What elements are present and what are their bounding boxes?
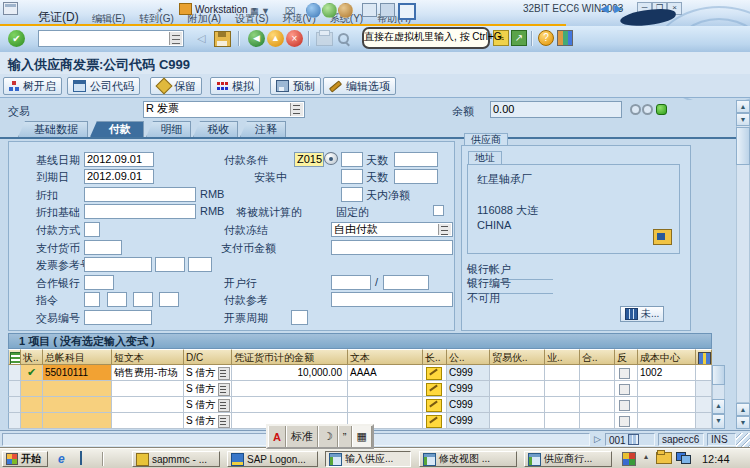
- transaction-no-input[interactable]: [84, 310, 152, 325]
- task-change-view[interactable]: 修改视图 ...: [419, 451, 517, 467]
- col-company[interactable]: 公..: [447, 349, 490, 365]
- text-cell[interactable]: AAAA: [348, 365, 423, 381]
- tray-folder-icon[interactable]: [656, 452, 672, 466]
- long-text-cell[interactable]: [423, 365, 447, 381]
- company-cell[interactable]: C999: [447, 397, 490, 413]
- reversal-cell[interactable]: [615, 365, 638, 381]
- transaction-select[interactable]: R 发票: [143, 101, 305, 118]
- note-icon[interactable]: [426, 399, 442, 412]
- company-cell[interactable]: C999: [447, 381, 490, 397]
- command-field[interactable]: [38, 30, 184, 47]
- back-icon[interactable]: ◀: [248, 30, 265, 47]
- tree-on-button[interactable]: 树开启: [3, 77, 62, 95]
- reversal-cell[interactable]: [615, 381, 638, 397]
- long-text-cell[interactable]: [423, 413, 447, 429]
- discount-base-input[interactable]: [84, 204, 196, 219]
- select-all-header[interactable]: [8, 349, 21, 365]
- business-area-cell[interactable]: [545, 397, 580, 413]
- ime-punctuation-icon[interactable]: ”: [338, 426, 352, 447]
- reversal-cell[interactable]: [615, 397, 638, 413]
- command-dropdown-icon[interactable]: [169, 32, 182, 45]
- editing-options-button[interactable]: 编辑选项: [323, 77, 396, 95]
- enter-icon[interactable]: ✔: [8, 30, 25, 47]
- text-cell[interactable]: [348, 397, 423, 413]
- task-invoice-entry[interactable]: 输入供应...: [325, 451, 411, 467]
- instruction-input-1[interactable]: [84, 292, 100, 307]
- pay-method-input[interactable]: [84, 222, 100, 237]
- task-sapmmc[interactable]: sapmmc - ...: [132, 451, 220, 467]
- status-expand-icon[interactable]: ▷: [594, 434, 601, 444]
- dropdown-icon[interactable]: [218, 367, 230, 380]
- scroll-up-button[interactable]: ▲: [736, 100, 750, 113]
- consolidation-cell[interactable]: [580, 397, 615, 413]
- due-date-input[interactable]: 2012.09.01: [84, 169, 154, 184]
- devices-icon[interactable]: ⌧: [282, 3, 298, 18]
- instruction-input-2[interactable]: [107, 292, 127, 307]
- start-button[interactable]: 开始: [2, 451, 48, 467]
- col-dc[interactable]: D/C: [184, 349, 232, 365]
- payment-block-select[interactable]: 自由付款: [331, 222, 453, 237]
- snapshot-revert-icon[interactable]: [322, 3, 337, 18]
- account-cell[interactable]: [43, 397, 112, 413]
- snapshot-take-icon[interactable]: [306, 3, 321, 18]
- scrollbar-thumb[interactable]: [736, 127, 750, 165]
- amount-cell[interactable]: 10,000.00: [232, 365, 348, 381]
- row-select-cell[interactable]: [8, 397, 21, 413]
- long-text-cell[interactable]: [423, 381, 447, 397]
- dc-cell[interactable]: S 借方: [184, 413, 232, 429]
- snapshot-manage-icon[interactable]: [338, 3, 353, 18]
- days-input-1[interactable]: [394, 152, 438, 167]
- amount-cell[interactable]: [232, 397, 348, 413]
- dropdown-icon[interactable]: [218, 383, 230, 396]
- cost-center-cell[interactable]: [638, 397, 696, 413]
- ime-language-button[interactable]: A: [268, 426, 286, 447]
- scroll-down-button-top[interactable]: ▼: [736, 113, 750, 126]
- dropdown-icon[interactable]: [218, 415, 230, 428]
- matchcode-icon[interactable]: [324, 152, 338, 165]
- exit-icon[interactable]: ▲: [267, 30, 284, 47]
- dropdown-icon[interactable]: [438, 224, 451, 235]
- payment-terms-input[interactable]: Z015: [294, 152, 324, 167]
- partner-bank-input[interactable]: [84, 275, 114, 290]
- long-text-cell[interactable]: [423, 397, 447, 413]
- table-scroll-down-button[interactable]: ▼: [712, 414, 725, 429]
- col-consolidation[interactable]: 合..: [580, 349, 615, 365]
- internet-explorer-icon[interactable]: e: [58, 452, 65, 466]
- invoice-ref-input-3[interactable]: [188, 257, 212, 272]
- help-icon[interactable]: ?: [538, 30, 554, 46]
- col-short-text[interactable]: 短文本: [112, 349, 184, 365]
- business-area-cell[interactable]: [545, 381, 580, 397]
- quick-launch-icon[interactable]: [80, 452, 82, 464]
- account-cell[interactable]: [43, 381, 112, 397]
- dropdown-icon[interactable]: [290, 103, 303, 116]
- business-area-cell[interactable]: [545, 365, 580, 381]
- customize-layout-icon[interactable]: [557, 30, 573, 46]
- short-text-cell[interactable]: [112, 413, 184, 429]
- company-code-button[interactable]: 公司代码: [67, 77, 140, 95]
- trading-partner-cell[interactable]: [490, 365, 545, 381]
- cost-center-cell[interactable]: 1002: [638, 365, 696, 381]
- consolidation-cell[interactable]: [580, 413, 615, 429]
- short-text-cell[interactable]: [112, 381, 184, 397]
- col-status[interactable]: 状..: [21, 349, 43, 365]
- installment-input[interactable]: [341, 169, 363, 184]
- terms-days-input[interactable]: [341, 152, 363, 167]
- col-business-area[interactable]: 业..: [545, 349, 580, 365]
- dc-cell[interactable]: S 借方: [184, 365, 232, 381]
- pin-icon[interactable]: 📌︎: [152, 3, 166, 18]
- create-shortcut-icon[interactable]: ↗: [511, 30, 527, 46]
- col-account[interactable]: 总帐科目: [43, 349, 112, 365]
- open-items-button[interactable]: 未...: [620, 306, 664, 322]
- unity-view-icon[interactable]: [380, 3, 395, 17]
- invoice-ref-input-1[interactable]: [84, 257, 152, 272]
- tray-app-icon[interactable]: [622, 452, 636, 468]
- row-select-cell[interactable]: [8, 413, 21, 429]
- tab-payment[interactable]: 付款: [90, 121, 144, 137]
- short-text-cell[interactable]: [112, 397, 184, 413]
- tray-network-icon[interactable]: [676, 452, 690, 464]
- ime-fullhalf-icon[interactable]: ☽: [318, 426, 338, 447]
- ime-mode-button[interactable]: 标准: [286, 426, 318, 447]
- note-icon[interactable]: [426, 415, 442, 428]
- cost-center-cell[interactable]: [638, 413, 696, 429]
- note-icon[interactable]: [426, 367, 442, 380]
